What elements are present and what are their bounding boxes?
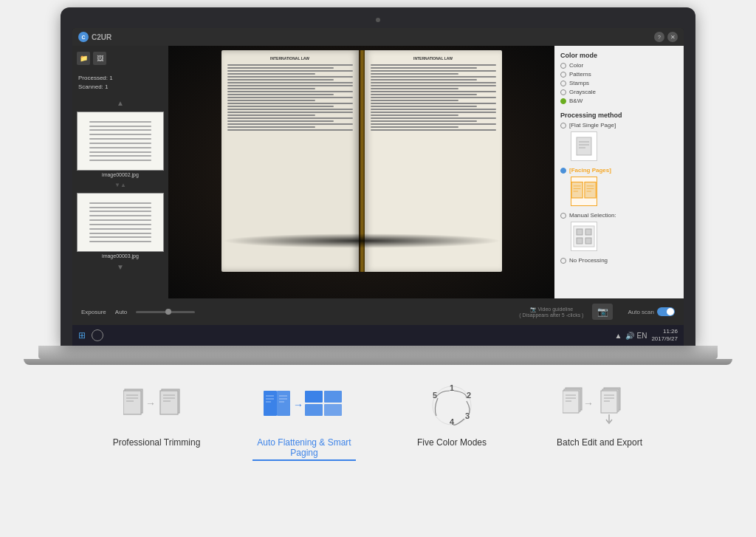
taskbar: ⊞ ▲ 🔊 EN 11:26 2017/9/27 <box>72 325 684 346</box>
thumbnail-image <box>77 112 164 171</box>
proc-icon-manual <box>571 222 597 251</box>
search-circle-icon[interactable] <box>92 329 103 341</box>
bottom-bar: Exposure Auto 📷 Video guideline ( Disapp… <box>72 298 684 325</box>
app-logo: C C2UR <box>78 32 111 42</box>
thumb-line <box>89 224 152 225</box>
thumbnail-item[interactable]: image00002.jpg <box>77 112 164 177</box>
svg-rect-49 <box>563 391 579 413</box>
svg-text:→: → <box>293 399 303 411</box>
laptop-base <box>38 346 718 359</box>
exposure-slider[interactable] <box>136 311 195 313</box>
nav-arrow-up[interactable]: ▲ <box>75 99 165 107</box>
svg-rect-28 <box>264 391 277 416</box>
app-window: C C2UR ? ✕ 📁 🖼 <box>72 28 684 346</box>
svg-rect-39 <box>305 404 323 416</box>
features-row: → Professional Trimming <box>0 380 756 461</box>
thumb-line <box>89 228 152 230</box>
processing-option-none: No Processing <box>560 257 678 264</box>
feature-flattening: → Auto Flattening & Smart Paging <box>252 380 356 461</box>
color-option-stamps[interactable]: Stamps <box>560 80 678 86</box>
color-option-bw[interactable]: B&W <box>560 98 678 104</box>
color-modes-icon-area: 1 2 5 3 4 <box>426 380 478 431</box>
svg-rect-24 <box>160 391 178 414</box>
radio-dot <box>560 258 566 264</box>
thumbnail-image <box>77 193 164 252</box>
image-icon[interactable]: 🖼 <box>93 52 106 65</box>
svg-rect-15 <box>577 238 583 244</box>
help-button[interactable]: ? <box>654 32 664 42</box>
radio-dot <box>560 123 566 129</box>
proc-radio-flat[interactable]: [Flat Single Page] <box>560 122 678 129</box>
svg-rect-5 <box>585 182 596 197</box>
svg-rect-37 <box>305 391 323 403</box>
feature-batch: → Batch Edit and Export <box>548 380 651 461</box>
trimming-icon-area: → <box>123 380 190 431</box>
lang-indicator: EN <box>637 332 647 340</box>
processing-option-facing: [Facing Pages] <box>560 167 678 206</box>
thumb-line <box>89 151 152 153</box>
batch-icon-area: → <box>563 380 636 431</box>
proc-radio-none[interactable]: No Processing <box>560 257 678 264</box>
date-display: 2017/9/27 <box>651 335 678 343</box>
close-button[interactable]: ✕ <box>667 32 678 42</box>
thumb-line <box>89 160 152 161</box>
sidebar: 📁 🖼 Processed: 1 Scanned: 1 ▲ <box>72 46 168 298</box>
flattening-icon-area: → <box>264 380 345 431</box>
windows-logo-icon[interactable]: ⊞ <box>78 330 86 341</box>
thumbnail-item[interactable]: image00003.jpg <box>77 193 164 259</box>
radio-dot <box>560 81 566 86</box>
color-option-patterns[interactable]: Patterns <box>560 71 678 78</box>
flat-page-icon <box>575 136 593 157</box>
svg-text:1: 1 <box>450 383 454 392</box>
thumb-line <box>89 143 152 144</box>
svg-text:2: 2 <box>467 391 471 400</box>
thumb-line <box>89 236 152 238</box>
color-option-label: Color <box>569 62 583 69</box>
wifi-icon: ▲ <box>615 332 622 340</box>
proc-radio-facing[interactable]: [Facing Pages] <box>560 167 678 174</box>
sidebar-toolbar: 📁 🖼 <box>75 50 165 66</box>
thumb-line <box>89 211 152 212</box>
processing-option-manual: Manual Selection: <box>560 212 678 251</box>
batch-label: Batch Edit and Export <box>557 437 642 448</box>
color-mode-group: Color Patterns Stamps <box>560 62 678 104</box>
radio-dot <box>560 72 566 78</box>
color-option-label: B&W <box>569 98 583 104</box>
radio-dot-selected <box>560 168 566 174</box>
slider-thumb <box>165 309 171 315</box>
auto-scan-toggle[interactable] <box>657 307 675 316</box>
folder-icon[interactable]: 📁 <box>77 52 90 65</box>
disappears-note: ( Disappears after 5 -clicks ) <box>519 312 583 318</box>
taskbar-clock: 11:26 2017/9/27 <box>651 328 678 343</box>
thumb-line <box>89 129 152 131</box>
nav-arrow-down[interactable]: ▼ <box>75 263 165 271</box>
thumb-line <box>89 147 152 148</box>
feature-trimming: → Professional Trimming <box>105 380 208 461</box>
scanned-count: Scanned: 1 <box>78 83 162 92</box>
color-option-grayscale[interactable]: Grayscale <box>560 89 678 95</box>
color-modes-icon: 1 2 5 3 4 <box>426 383 478 428</box>
color-option-label: Patterns <box>569 71 591 78</box>
app-title: C2UR <box>92 33 111 41</box>
video-guideline: 📷 Video guideline ( Disappears after 5 -… <box>519 307 583 318</box>
radio-dot <box>560 213 566 219</box>
proc-label: [Facing Pages] <box>569 167 611 174</box>
svg-rect-18 <box>123 391 141 414</box>
title-bar-controls: ? ✕ <box>654 32 678 42</box>
svg-rect-56 <box>601 391 617 413</box>
laptop-foot <box>24 359 732 365</box>
color-modes-label: Five Color Modes <box>417 437 487 448</box>
exposure-value: Auto <box>115 309 127 315</box>
color-option-color[interactable]: Color <box>560 62 678 69</box>
capture-button[interactable]: 📷 <box>592 304 613 320</box>
laptop-camera <box>376 18 380 22</box>
svg-text:→: → <box>583 397 594 409</box>
thumbnail-label: image00002.jpg <box>77 172 164 177</box>
svg-rect-0 <box>577 137 591 155</box>
thumb-line <box>89 202 152 204</box>
svg-rect-38 <box>324 391 342 403</box>
color-mode-title: Color mode <box>560 52 678 59</box>
proc-radio-manual[interactable]: Manual Selection: <box>560 212 678 219</box>
thumb-line <box>89 207 152 208</box>
thumb-line <box>89 233 152 234</box>
